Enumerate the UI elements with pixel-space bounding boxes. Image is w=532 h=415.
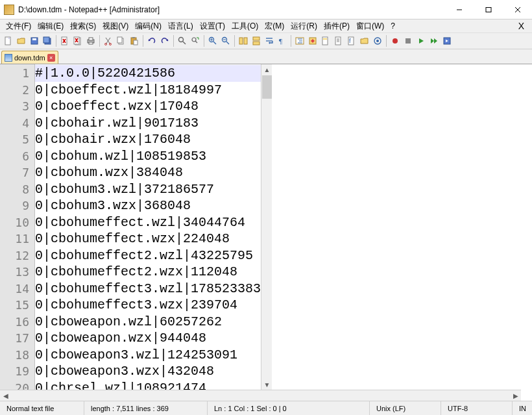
text-line[interactable]: 0|cbohumeffect3.wzx|239704 [35, 297, 261, 314]
titlebar[interactable]: D:\down.tdm - Notepad++ [Administrator] [0, 0, 532, 19]
text-area[interactable]: #|1.0.0|52204215860|cboeffect.wzl|181849… [35, 64, 261, 390]
save-macro-icon[interactable] [441, 35, 453, 47]
scroll-up-icon[interactable]: ▲ [261, 64, 272, 75]
text-line[interactable]: 0|cboweapon.wzl|60257262 [35, 314, 261, 331]
menu-item[interactable]: 窗口(W) [353, 20, 387, 32]
menu-item[interactable]: 搜索(S) [67, 20, 99, 32]
text-line[interactable]: 0|chrsel.wzl|108921474 [35, 380, 261, 391]
menu-item[interactable]: 编辑(E) [34, 20, 67, 32]
statusbar: Normal text file length : 7,511 lines : … [0, 401, 532, 415]
status-pos: Ln : 1 Col : 1 Sel : 0 | 0 [208, 401, 370, 415]
play-multi-icon[interactable] [428, 35, 440, 47]
text-line[interactable]: 0|cbohair.wzl|9017183 [35, 115, 261, 132]
monitor-icon[interactable] [372, 35, 383, 47]
text-line[interactable]: 0|cbohum3.wzl|372186577 [35, 181, 261, 198]
redo-icon[interactable] [159, 35, 171, 47]
toolbar: ¶ f [0, 32, 532, 49]
close-file-icon[interactable] [59, 35, 71, 47]
svg-rect-18 [89, 42, 93, 44]
menu-item[interactable]: ? [387, 21, 398, 31]
save-icon[interactable] [29, 35, 40, 47]
sync-v-icon[interactable] [237, 35, 249, 47]
tabbar[interactable]: down.tdm × [0, 49, 532, 64]
menu-item[interactable]: 设置(T) [197, 20, 228, 32]
svg-line-31 [195, 41, 197, 43]
menu-item[interactable]: 工具(O) [228, 20, 261, 32]
indent-guide-icon[interactable] [294, 35, 306, 47]
save-all-icon[interactable] [42, 35, 53, 47]
menu-item[interactable]: 插件(P) [320, 20, 353, 32]
window-title: D:\down.tdm - Notepad++ [Administrator] [18, 5, 444, 14]
text-line[interactable]: 0|cboeffect.wzl|18184997 [35, 82, 261, 99]
svg-rect-42 [253, 42, 260, 45]
editor: 1234567891011121314151617181920 #|1.0.0|… [0, 64, 532, 401]
text-line[interactable]: 0|cboweapon.wzx|944048 [35, 330, 261, 347]
menubar-close-icon[interactable]: X [518, 21, 529, 31]
copy-icon[interactable] [115, 35, 127, 47]
record-macro-icon[interactable] [389, 35, 401, 47]
scroll-left-icon[interactable]: ◀ [0, 390, 11, 401]
text-line[interactable]: 0|cboweapon3.wzl|124253091 [35, 347, 261, 364]
text-line[interactable]: 0|cbohumeffect.wzx|224048 [35, 231, 261, 247]
close-tab-icon[interactable]: × [47, 54, 55, 62]
cut-icon[interactable] [103, 35, 114, 47]
horizontal-scrollbar[interactable]: ◀ ▶ [0, 390, 521, 401]
text-line[interactable]: 0|cbohumeffect3.wzl|178523383 [35, 281, 261, 297]
find-icon[interactable] [176, 35, 188, 47]
svg-rect-24 [117, 37, 122, 43]
play-macro-icon[interactable] [415, 35, 427, 47]
text-line[interactable]: 0|cbohum3.wzx|368048 [35, 197, 261, 214]
open-file-icon[interactable] [16, 35, 27, 47]
wrap-icon[interactable] [263, 35, 275, 47]
scroll-thumb[interactable] [262, 75, 272, 99]
maximize-button[interactable] [474, 1, 503, 19]
text-line[interactable]: #|1.0.0|5220421586 [35, 65, 261, 82]
status-eol: Unix (LF) [370, 401, 441, 415]
status-filetype: Normal text file [0, 401, 84, 415]
text-line[interactable]: 0|cboweapon3.wzx|432048 [35, 363, 261, 380]
text-line[interactable]: 0|cbohum.wzx|384048 [35, 164, 261, 181]
show-all-chars-icon[interactable]: ¶ [276, 35, 288, 47]
replace-icon[interactable] [189, 35, 201, 47]
file-icon [5, 54, 12, 62]
paste-icon[interactable] [128, 35, 140, 47]
svg-text:¶: ¶ [279, 37, 282, 45]
svg-rect-4 [5, 37, 10, 45]
text-line[interactable]: 0|cbohumeffect.wzl|34044764 [35, 214, 261, 231]
doc-list-icon[interactable] [333, 35, 345, 47]
menu-item[interactable]: 文件(F) [3, 20, 34, 32]
svg-point-28 [179, 38, 184, 42]
text-line[interactable]: 0|cbohum.wzl|108519853 [35, 148, 261, 165]
svg-rect-17 [89, 38, 93, 40]
scroll-right-icon[interactable]: ▶ [510, 390, 521, 401]
svg-rect-27 [134, 40, 138, 45]
udl-icon[interactable] [307, 35, 319, 47]
menu-item[interactable]: 编码(N) [132, 20, 165, 32]
svg-point-61 [393, 38, 398, 44]
function-list-icon[interactable]: f [346, 35, 357, 47]
tab-down-tdm[interactable]: down.tdm × [1, 51, 58, 64]
print-icon[interactable] [85, 35, 97, 47]
menu-item[interactable]: 语言(L) [165, 20, 197, 32]
text-line[interactable]: 0|cbohumeffect2.wzl|43225795 [35, 247, 261, 264]
menu-item[interactable]: 运行(R) [287, 20, 320, 32]
zoom-in-icon[interactable] [207, 35, 219, 47]
svg-rect-52 [323, 38, 327, 40]
text-line[interactable]: 0|cboeffect.wzx|17048 [35, 98, 261, 115]
text-line[interactable]: 0|cbohair.wzx|176048 [35, 131, 261, 148]
menu-item[interactable]: 视图(V) [99, 20, 132, 32]
undo-icon[interactable] [146, 35, 158, 47]
close-all-icon[interactable] [72, 35, 84, 47]
sync-h-icon[interactable] [250, 35, 262, 47]
vertical-scrollbar[interactable]: ▲ ▼ [261, 64, 272, 390]
zoom-out-icon[interactable] [220, 35, 232, 47]
text-line[interactable]: 0|cbohumeffect2.wzx|112048 [35, 264, 261, 281]
close-button[interactable] [503, 1, 532, 19]
menu-item[interactable]: 宏(M) [261, 20, 287, 32]
doc-map-icon[interactable] [320, 35, 332, 47]
folder-workspace-icon[interactable] [359, 35, 370, 47]
minimize-button[interactable] [444, 1, 474, 19]
new-file-icon[interactable] [3, 35, 14, 47]
stop-macro-icon[interactable] [402, 35, 414, 47]
scroll-down-icon[interactable]: ▼ [261, 379, 272, 390]
